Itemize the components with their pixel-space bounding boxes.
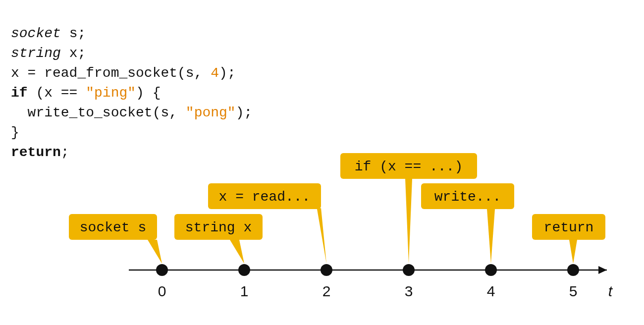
svg-point-6	[485, 264, 497, 276]
svg-marker-21	[487, 209, 495, 264]
axis-tick-label: 1	[240, 283, 249, 299]
axis-variable: t	[608, 283, 613, 299]
svg-rect-17	[340, 153, 477, 179]
code-literal: "pong"	[186, 105, 236, 120]
code-block: socket s; string x; x = read_from_socket…	[11, 4, 252, 162]
svg-text:string x: string x	[185, 220, 252, 235]
axis-tick-label: 0	[158, 283, 166, 299]
svg-rect-11	[174, 214, 263, 240]
code-text: x;	[61, 46, 86, 61]
code-text: );	[236, 105, 253, 120]
callout-write: write...	[421, 183, 514, 264]
code-keyword: return	[11, 145, 61, 160]
svg-point-5	[403, 264, 415, 276]
axis-tick-label: 4	[487, 283, 495, 299]
svg-text:write...: write...	[434, 189, 501, 205]
svg-point-7	[567, 264, 579, 276]
svg-rect-8	[69, 214, 157, 240]
code-literal: 4	[211, 65, 219, 81]
callout-read: x = read...	[208, 183, 326, 264]
code-text: }	[11, 125, 19, 140]
code-text: (x ==	[28, 85, 86, 101]
svg-point-4	[321, 264, 332, 276]
code-text: ;	[61, 145, 69, 160]
svg-point-3	[238, 264, 250, 276]
svg-text:x = read...: x = read...	[219, 189, 311, 205]
svg-marker-24	[569, 240, 577, 264]
svg-rect-23	[532, 214, 605, 240]
svg-text:if (x == ...): if (x == ...)	[355, 159, 463, 174]
code-literal: "ping"	[86, 85, 136, 101]
svg-text:socket s: socket s	[80, 220, 146, 235]
axis-tick-label: 2	[322, 283, 331, 299]
code-type: socket	[11, 26, 61, 41]
code-type: string	[11, 46, 61, 61]
code-text: write_to_socket(s,	[11, 105, 186, 120]
code-text: );	[219, 65, 236, 81]
code-text: s;	[61, 26, 86, 41]
svg-text:return: return	[544, 220, 594, 235]
svg-marker-1	[598, 266, 607, 274]
svg-point-2	[156, 264, 168, 276]
axis-tick-label: 3	[405, 283, 413, 299]
callout-socket-s: socket s	[69, 214, 162, 264]
callout-return: return	[532, 214, 605, 264]
svg-marker-9	[148, 240, 162, 264]
time-axis: 0 1 2 3 4 5 t	[129, 264, 613, 299]
code-text: x = read_from_socket(s,	[11, 65, 211, 81]
svg-rect-14	[208, 183, 321, 209]
callout-string-x: string x	[174, 214, 263, 264]
axis-tick-label: 5	[569, 283, 578, 299]
svg-marker-18	[405, 179, 412, 264]
code-keyword: if	[11, 85, 28, 101]
svg-marker-15	[317, 208, 326, 264]
callout-if: if (x == ...)	[340, 153, 477, 264]
svg-rect-20	[421, 183, 514, 209]
code-text: ) {	[136, 85, 161, 101]
svg-marker-12	[230, 240, 244, 264]
